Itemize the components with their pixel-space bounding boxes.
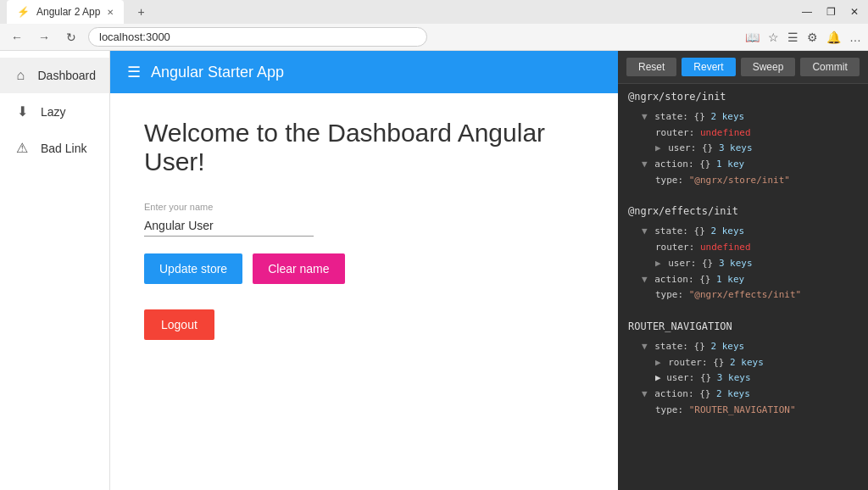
tab-favicon: ⚡: [17, 6, 30, 18]
action-title-router-nav: ROUTER_NAVIGATION: [628, 320, 858, 332]
home-icon: ⌂: [14, 68, 28, 83]
tab-close-btn[interactable]: ✕: [107, 8, 114, 17]
action-title-store-init: @ngrx/store/init: [628, 91, 858, 103]
more-options-icon[interactable]: …: [849, 31, 861, 44]
app-body: Welcome to the Dashboard Angular User! E…: [110, 93, 618, 490]
minimize-btn[interactable]: —: [800, 6, 814, 18]
state-line-3: state: {} 2 keys: [628, 339, 858, 355]
state-arrow-3[interactable]: [642, 341, 648, 352]
state-arrow[interactable]: [642, 111, 648, 122]
devtools-panel: Reset Revert Sweep Commit @ngrx/store/in…: [618, 51, 868, 490]
address-bar-row: ← → ↻ 📖 ☆ ☰ ⚙ 🔔 …: [0, 24, 868, 51]
user-line-2: user: {} 3 keys: [628, 256, 858, 272]
state-line-2: state: {} 2 keys: [628, 224, 858, 240]
reset-button[interactable]: Reset: [626, 58, 676, 76]
welcome-heading: Welcome to the Dashboard Angular User!: [144, 119, 584, 176]
devtools-content[interactable]: @ngrx/store/init state: {} 2 keys router…: [618, 84, 868, 490]
name-input[interactable]: [144, 215, 314, 237]
sidebar-item-dashboard[interactable]: ⌂ Dashboard: [0, 58, 109, 93]
sidebar-label-lazy: Lazy: [41, 105, 66, 119]
warning-icon: ⚠: [14, 140, 31, 156]
browser-chrome: ⚡ Angular 2 App ✕ + — ❐ ✕ ← → ↻ 📖 ☆ ☰ ⚙ …: [0, 0, 868, 51]
new-tab-btn[interactable]: +: [131, 2, 151, 22]
title-bar-left: ⚡ Angular 2 App ✕ +: [7, 0, 793, 24]
sweep-button[interactable]: Sweep: [741, 58, 796, 76]
state-arrow-2[interactable]: [642, 226, 648, 237]
star-icon[interactable]: ☆: [768, 31, 779, 44]
back-btn[interactable]: ←: [7, 27, 27, 47]
type-line: type: "@ngrx/store/init": [628, 173, 858, 189]
logout-row: Logout: [144, 309, 584, 340]
action-block-store-init: @ngrx/store/init state: {} 2 keys router…: [628, 91, 858, 188]
user-arrow[interactable]: [655, 142, 661, 153]
forward-btn[interactable]: →: [34, 27, 54, 47]
action-button-row: Update store Clear name: [144, 253, 584, 284]
action-arrow-2[interactable]: [642, 274, 648, 285]
app-header-title: Angular Starter App: [151, 64, 284, 81]
action-arrow[interactable]: [642, 159, 648, 170]
tab-title: Angular 2 App: [36, 6, 100, 18]
app-content: ☰ Angular Starter App Welcome to the Das…: [110, 51, 618, 490]
restore-btn[interactable]: ❐: [824, 6, 837, 18]
type-line-2: type: "@ngrx/effects/init": [628, 287, 858, 303]
revert-button[interactable]: Revert: [682, 58, 735, 76]
action-line: action: {} 1 key: [628, 157, 858, 173]
sidebar-item-lazy[interactable]: ⬇ Lazy: [0, 93, 109, 130]
type-line-3: type: "ROUTER_NAVIGATION": [628, 403, 858, 419]
address-input[interactable]: [88, 27, 427, 47]
clear-name-button[interactable]: Clear name: [253, 253, 344, 284]
sidebar: ⌂ Dashboard ⬇ Lazy ⚠ Bad Link: [0, 51, 110, 490]
browser-tab[interactable]: ⚡ Angular 2 App ✕: [7, 0, 124, 24]
app-header: ☰ Angular Starter App: [110, 51, 618, 93]
name-input-label: Enter your name: [144, 202, 584, 212]
sidebar-label-badlink: Bad Link: [41, 142, 86, 155]
action-title-effects-init: @ngrx/effects/init: [628, 205, 858, 217]
main-area: ⌂ Dashboard ⬇ Lazy ⚠ Bad Link ☰ Angular …: [0, 51, 868, 490]
action-block-effects-init: @ngrx/effects/init state: {} 2 keys rout…: [628, 205, 858, 303]
router-line: router: undefined: [628, 125, 858, 142]
name-input-group: Enter your name: [144, 202, 584, 237]
action-block-router-nav: ROUTER_NAVIGATION state: {} 2 keys route…: [628, 320, 858, 418]
action-arrow-3[interactable]: [642, 388, 648, 399]
refresh-btn[interactable]: ↻: [61, 27, 81, 47]
user-arrow-2[interactable]: [655, 258, 661, 269]
extensions-icon[interactable]: ⚙: [807, 31, 818, 44]
close-btn[interactable]: ✕: [848, 6, 861, 18]
browser-icons: 📖 ☆ ☰ ⚙ 🔔 …: [745, 31, 861, 44]
update-store-button[interactable]: Update store: [144, 253, 242, 284]
router-line-2: router: undefined: [628, 240, 858, 256]
download-icon: ⬇: [14, 103, 31, 120]
title-bar: ⚡ Angular 2 App ✕ + — ❐ ✕: [0, 0, 868, 24]
sidebar-item-badlink[interactable]: ⚠ Bad Link: [0, 130, 109, 166]
router-arrow-3[interactable]: [655, 357, 661, 368]
user-line-3: ▶ user: {} 3 keys: [628, 370, 858, 387]
hamburger-menu-icon[interactable]: ☰: [127, 63, 141, 81]
action-line-3: action: {} 2 keys: [628, 387, 858, 403]
title-bar-controls: — ❐ ✕: [800, 6, 861, 18]
logout-button[interactable]: Logout: [144, 309, 214, 340]
action-line-2: action: {} 1 key: [628, 272, 858, 288]
state-line: state: {} 2 keys: [628, 109, 858, 125]
router-line-3: router: {} 2 keys: [628, 355, 858, 371]
user-line: user: {} 3 keys: [628, 141, 858, 157]
devtools-toolbar: Reset Revert Sweep Commit: [618, 51, 868, 84]
bookmarks-icon[interactable]: 📖: [745, 31, 760, 44]
sidebar-label-dashboard: Dashboard: [38, 69, 97, 82]
commit-button[interactable]: Commit: [800, 58, 859, 76]
profile-icon[interactable]: 🔔: [826, 31, 841, 44]
menu-icon[interactable]: ☰: [787, 31, 798, 44]
